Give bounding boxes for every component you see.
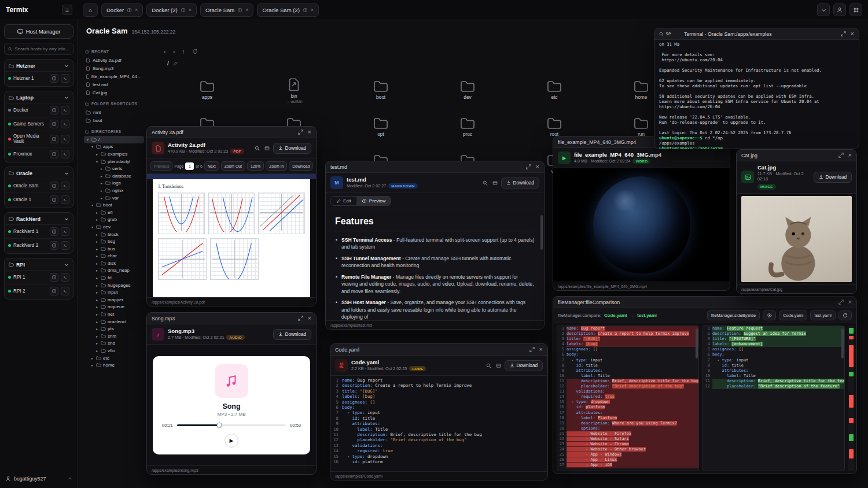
chevron-down-icon[interactable]: ▾ (90, 203, 94, 207)
host-oracle-1[interactable]: Oracle 1 (6, 193, 72, 206)
chevron-down-icon[interactable] (64, 263, 69, 267)
zoom-out-button[interactable]: Zoom Out (221, 161, 245, 171)
host-racknerd-1[interactable]: RackNerd 1 (6, 224, 72, 238)
tree-item-etc[interactable]: ▸etc (84, 354, 144, 362)
tree-item-disk[interactable]: ▸disk (84, 260, 144, 267)
chevron-right-icon[interactable]: ▸ (100, 167, 104, 171)
close-icon[interactable]: × (851, 31, 854, 37)
markdown-titlebar[interactable]: test.md × (326, 161, 544, 173)
video-player[interactable] (553, 168, 730, 282)
close-tab-icon[interactable]: × (245, 8, 248, 13)
chevron-right-icon[interactable]: ▸ (95, 298, 99, 302)
chevron-right-icon[interactable]: ▸ (95, 349, 99, 353)
expand-icon[interactable] (298, 316, 303, 321)
back-button[interactable]: ‹ (164, 48, 166, 55)
chevron-right-icon[interactable]: ▸ (95, 327, 99, 331)
edit-path-icon[interactable] (173, 61, 178, 66)
terminal-titlebar[interactable]: Terminal · Oracle Sam:/apps/examples × (654, 28, 859, 40)
up-button[interactable]: ↑ (182, 48, 185, 55)
tree-item-mqueue[interactable]: ▸mqueue (84, 304, 144, 311)
search-icon[interactable] (255, 146, 260, 151)
tree-item-snd[interactable]: ▸snd (84, 340, 144, 347)
download-button[interactable]: Download (505, 360, 543, 371)
shortcut-boot[interactable]: boot (84, 116, 144, 124)
split-tab-icon[interactable] (303, 8, 307, 12)
chevron-right-icon[interactable]: ▸ (95, 276, 99, 280)
chevron-right-icon[interactable]: ▸ (95, 283, 99, 287)
audio-progress-knob[interactable] (217, 423, 222, 428)
recent-file-cat-jpg[interactable]: Cat.jpg (84, 88, 144, 97)
tree-item-oracleoci[interactable]: ▸oracleoci (84, 318, 144, 326)
expand-icon[interactable] (841, 31, 846, 36)
terminal-button[interactable] (61, 273, 69, 282)
grid-folder-etc[interactable]: etc (511, 72, 598, 109)
expand-icon[interactable] (298, 130, 303, 135)
terminal-search[interactable] (659, 31, 681, 36)
grid-folder-proc[interactable]: proc (424, 109, 511, 146)
tree-item-bsg[interactable]: ▸bsg (84, 238, 144, 245)
tree-item-nginx[interactable]: ▸nginx (84, 187, 144, 194)
seek-bar[interactable] (177, 424, 286, 426)
tree-item-grub[interactable]: ▸grub (84, 216, 144, 224)
tree-item-net[interactable]: ▸net (84, 310, 144, 318)
group-header[interactable]: Oracle (6, 168, 72, 179)
host-game-servers[interactable]: Game Servers (6, 117, 72, 131)
close-tab-icon[interactable]: × (311, 8, 314, 13)
chevron-right-icon[interactable]: ▸ (95, 254, 99, 258)
tree-item-logs[interactable]: ▸logs (84, 180, 144, 187)
tab-home[interactable]: ⌂ (83, 3, 98, 17)
split-view-button[interactable] (50, 241, 58, 250)
recent-file-file-example-mp4-640-3mg-mp4[interactable]: file_example_MP4_640_3MG.mp4 (84, 72, 144, 80)
chevron-right-icon[interactable]: ▸ (100, 181, 104, 185)
chevron-down-icon[interactable]: ▾ (95, 160, 99, 164)
pdf-page-view[interactable]: 1. Translations: (147, 174, 316, 297)
host-docker[interactable]: Docker (6, 103, 72, 117)
chevron-down-icon[interactable] (64, 95, 69, 100)
split-tab-icon[interactable] (181, 8, 185, 12)
tab-oracle-sam[interactable]: Oracle Sam× (200, 3, 253, 17)
close-icon[interactable]: × (308, 129, 311, 135)
tree-item-input[interactable]: ▸input (84, 289, 144, 296)
tree-item-fd[interactable]: ▸fd (84, 274, 144, 282)
tree-item-pts[interactable]: ▸pts (84, 325, 144, 332)
host-open-media-vault[interactable]: Open Media Vault (6, 131, 72, 147)
chevron-right-icon[interactable]: ▸ (95, 290, 99, 294)
tree-item-certs[interactable]: ▸certs (84, 165, 144, 172)
apps-grid-button[interactable] (849, 3, 862, 16)
split-view-button[interactable] (50, 120, 58, 128)
refresh-button[interactable] (192, 49, 198, 54)
chevron-right-icon[interactable]: ▸ (90, 356, 94, 360)
close-icon[interactable]: × (308, 315, 311, 321)
diff-pane-left[interactable]: 1name: Bug report2description: Create a … (557, 326, 699, 471)
pdf-titlebar[interactable]: Activity 2a.pdf × (147, 127, 316, 138)
host-racknerd-2[interactable]: RackNerd 2 (6, 238, 72, 252)
tab-oracle-sam-2[interactable]: Oracle Sam (2)× (257, 3, 319, 17)
code-titlebar[interactable]: Code.yaml × (330, 344, 547, 356)
terminal-button[interactable] (61, 74, 69, 83)
chevron-right-icon[interactable]: ▸ (95, 239, 99, 243)
host-search[interactable] (4, 43, 73, 55)
page-input[interactable] (185, 162, 194, 170)
chevron-right-icon[interactable]: ▸ (100, 196, 104, 200)
tree-item-hugepages[interactable]: ▸hugepages (84, 282, 144, 289)
host-oracle-sam[interactable]: Oracle Sam (6, 179, 72, 193)
chevron-right-icon[interactable]: ▸ (100, 188, 104, 193)
tree-item-dev[interactable]: ▾dev (84, 223, 144, 231)
search-icon[interactable] (483, 180, 488, 186)
chevron-right-icon[interactable]: ▸ (95, 334, 99, 338)
split-view-button[interactable] (50, 195, 58, 204)
side-by-side-button[interactable]: fileManager.sideBySide (707, 310, 760, 320)
grid-folder-dev[interactable]: dev (424, 72, 511, 109)
tree-item-efi[interactable]: ▸efi (84, 209, 144, 216)
download-button[interactable]: Download (273, 143, 311, 154)
chevron-down-icon[interactable]: ▾ (90, 145, 94, 149)
chevron-right-icon[interactable]: ▸ (95, 320, 99, 324)
chevron-right-icon[interactable]: ▸ (95, 312, 99, 316)
user-row[interactable]: bugattiguy527 (4, 474, 73, 484)
host-hetzner-1[interactable]: Hetzner 1 (6, 71, 72, 85)
group-header[interactable]: Hetzner (6, 61, 72, 71)
scrollbar[interactable] (540, 215, 543, 250)
split-tab-icon[interactable] (127, 8, 131, 12)
terminal-button[interactable] (61, 195, 69, 204)
tree-item-pterodactyl[interactable]: ▾pterodactyl (84, 158, 144, 165)
